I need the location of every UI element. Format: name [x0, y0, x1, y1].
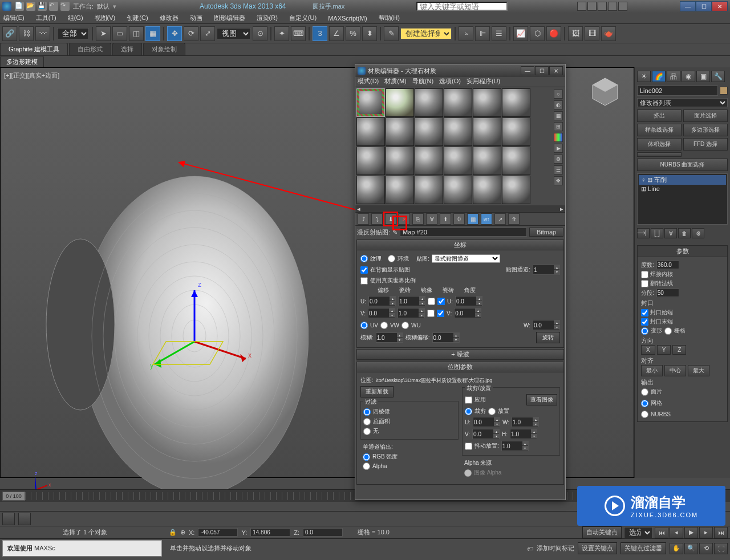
qat-save-icon[interactable]: 💾	[38, 2, 47, 11]
mapchannel-input[interactable]	[533, 265, 554, 274]
window-crossing-icon[interactable]: ▦	[145, 26, 160, 41]
setkey-button[interactable]: 设置关键点	[578, 542, 617, 554]
me-preview-icon[interactable]: ▶	[554, 144, 563, 153]
mat-slot-17[interactable]	[473, 147, 501, 175]
sel-filter[interactable]: 选定对	[624, 527, 652, 538]
bitmap-path[interactable]: \tor\Desktop\3Dmax圆拉手材质设置教程\大理石.jpg	[376, 377, 560, 384]
tab-hierarchy-icon[interactable]: 品	[667, 71, 680, 82]
mod-patchsel[interactable]: 面片选择	[683, 109, 728, 122]
bitmap-header[interactable]: 位图参数	[357, 362, 563, 372]
object-color[interactable]	[720, 87, 728, 95]
crop-u[interactable]	[473, 417, 494, 427]
mat-slot-12[interactable]	[502, 117, 530, 146]
menu-maxscript[interactable]: MAXScript(M)	[328, 15, 367, 22]
schematic-icon[interactable]: ⬡	[530, 26, 545, 41]
me-menu-util[interactable]: 实用程序(U)	[467, 77, 500, 87]
tab-freeform[interactable]: 自由形式	[69, 43, 111, 55]
me-reset-icon[interactable]: ✕	[399, 213, 410, 225]
showback-check[interactable]	[360, 266, 368, 274]
rotate-icon[interactable]: ⟳	[184, 26, 198, 41]
move-icon[interactable]: ✥	[167, 26, 182, 41]
out-mesh[interactable]	[641, 400, 648, 407]
me-get-icon[interactable]: ⤴	[358, 213, 369, 225]
mat-slot-5[interactable]	[473, 88, 501, 117]
coord-header[interactable]: 坐标	[357, 240, 563, 250]
edit-sel-icon[interactable]: ✎	[384, 26, 399, 41]
tab-modify-icon[interactable]: 🌈	[652, 71, 666, 82]
mapping-type[interactable]: 显式贴图通道	[432, 254, 500, 263]
time-tag-icon[interactable]: 🏷	[527, 545, 533, 552]
nav-pan-icon[interactable]: ✋	[670, 543, 683, 554]
menu-help[interactable]: 帮助(H)	[379, 14, 400, 22]
mat-slot-21[interactable]	[415, 176, 443, 204]
align-max[interactable]: 最大	[688, 365, 709, 376]
tab-create-icon[interactable]: ☀	[637, 71, 651, 82]
me-showmap-icon[interactable]: ▦	[467, 213, 478, 225]
mod-ffdsel[interactable]: FFD 选择	[683, 138, 728, 151]
nav-zoom-icon[interactable]: 🔍	[684, 543, 698, 554]
crop-h[interactable]	[510, 429, 531, 439]
mat-slot-16[interactable]	[444, 147, 472, 175]
alpha-image[interactable]	[464, 469, 472, 477]
close-button[interactable]: ✕	[712, 1, 728, 11]
link-icon[interactable]: 🔗	[2, 26, 17, 41]
select-icon[interactable]: ➤	[96, 26, 111, 41]
mod-volsel[interactable]: 体积选择	[637, 138, 682, 151]
mod-nurbssel[interactable]: NURBS 曲面选择	[637, 159, 728, 171]
material-editor-window[interactable]: 材质编辑器 - 大理石材质 — ☐ ✕ 模式(D) 材质(M) 导航(N) 选项…	[355, 64, 566, 500]
menu-views[interactable]: 视图(V)	[95, 14, 116, 22]
align-center[interactable]: 中心	[664, 365, 686, 376]
me-put-scene-icon[interactable]: ⤵	[371, 213, 383, 225]
app-icon[interactable]	[2, 2, 11, 11]
view-image-button[interactable]: 查看图像	[526, 394, 557, 405]
info-icon[interactable]	[587, 2, 597, 11]
unlink-icon[interactable]: ⛓	[19, 26, 34, 41]
jitter-check[interactable]	[465, 443, 472, 450]
make-unique-icon[interactable]: ∀	[664, 228, 677, 238]
play-icon[interactable]: ▶	[684, 527, 698, 538]
wu-radio[interactable]	[402, 322, 409, 329]
menu-grapheditors[interactable]: 图形编辑器	[214, 14, 245, 22]
help2-icon[interactable]	[618, 2, 627, 11]
mono-alpha[interactable]	[363, 462, 370, 470]
keymode-icon[interactable]: ⌨	[291, 26, 306, 41]
named-selset[interactable]: 创建选择集	[400, 28, 452, 39]
align-icon[interactable]: ⊫	[475, 26, 490, 41]
qat-new-icon[interactable]: 📄	[15, 2, 24, 11]
nav-orbit-icon[interactable]: ⟲	[699, 543, 713, 554]
menu-group[interactable]: 组(G)	[68, 14, 83, 22]
subtab-polymodel[interactable]: 多边形建模	[0, 56, 44, 67]
tab-utilities-icon[interactable]: 🔧	[711, 71, 725, 82]
modifier-list[interactable]: 修改器列表	[637, 98, 728, 107]
u-offset[interactable]	[369, 297, 390, 306]
bluroffset-input[interactable]	[433, 333, 453, 342]
me-goparent-icon[interactable]: ⤊	[508, 213, 520, 225]
out-nurbs[interactable]	[641, 411, 648, 418]
mat-slot-24[interactable]	[502, 176, 530, 204]
morph-radio[interactable]	[641, 327, 648, 335]
menu-modifiers[interactable]: 修改器	[160, 14, 179, 22]
mat-slot-20[interactable]	[386, 176, 414, 204]
v-tilechk[interactable]	[437, 310, 444, 317]
me-copy-icon[interactable]: ⎘	[412, 213, 424, 225]
place-radio[interactable]	[488, 408, 496, 415]
pivot-icon[interactable]: ⊙	[253, 26, 267, 41]
me-pick-icon[interactable]: ✥	[554, 176, 563, 185]
mat-slot-14[interactable]	[386, 147, 414, 175]
u-mirror[interactable]	[428, 298, 435, 305]
u-tile[interactable]	[399, 297, 419, 306]
filter-sat[interactable]	[363, 418, 371, 425]
selection-filter[interactable]: 全部	[57, 28, 89, 39]
menu-tools[interactable]: 工具(T)	[36, 14, 56, 22]
mono-rgb[interactable]	[363, 453, 370, 461]
goto-end-icon[interactable]: ⏭	[714, 527, 728, 538]
layers-icon[interactable]: ☰	[492, 26, 506, 41]
w-angle[interactable]	[533, 320, 554, 330]
x-input[interactable]	[198, 528, 238, 537]
menu-create[interactable]: 创建(C)	[127, 14, 148, 22]
scale-icon[interactable]: ⤢	[200, 26, 215, 41]
me-matid-icon[interactable]: 0	[453, 213, 465, 225]
mod-empty[interactable]	[637, 152, 682, 157]
menu-edit[interactable]: 编辑(E)	[3, 14, 25, 22]
remove-mod-icon[interactable]: 🗑	[678, 228, 691, 238]
